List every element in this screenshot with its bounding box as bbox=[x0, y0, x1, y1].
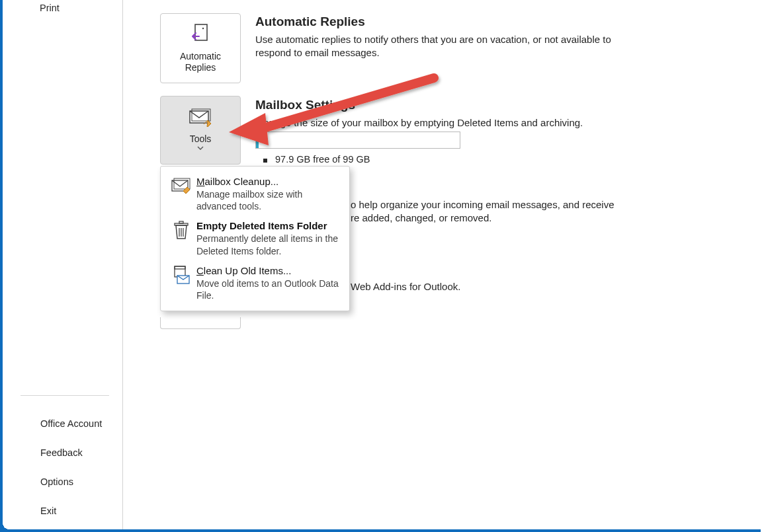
sidebar-item-office-account[interactable]: Office Account bbox=[21, 409, 109, 438]
rules-desc-line2: re added, changed, or removed. bbox=[351, 211, 635, 225]
sidebar-item-feedback[interactable]: Feedback bbox=[21, 438, 109, 467]
window-border-left bbox=[0, 0, 3, 532]
menu-item-title: Mailbox Cleanup... bbox=[196, 176, 340, 187]
bullet-icon bbox=[263, 159, 267, 163]
chevron-down-icon bbox=[197, 145, 204, 152]
backstage-content: Automatic Replies Automatic Replies Use … bbox=[123, 0, 762, 532]
window-border-corner bbox=[0, 523, 9, 532]
addins-desc-fragment: Web Add-ins for Outlook. bbox=[351, 281, 460, 292]
backstage-sidebar: Print Office Account Feedback Options Ex… bbox=[3, 0, 123, 529]
mailbox-storage-bar bbox=[255, 132, 460, 149]
window-border-bottom bbox=[0, 529, 761, 532]
mailbox-storage-text: 97.9 GB free of 99 GB bbox=[275, 154, 370, 165]
automatic-replies-title: Automatic Replies bbox=[255, 15, 626, 29]
svg-point-1 bbox=[202, 27, 204, 28]
sidebar-item-options[interactable]: Options bbox=[21, 467, 109, 496]
svg-rect-0 bbox=[195, 24, 207, 40]
menu-item-desc: Permanently delete all items in the Dele… bbox=[196, 233, 340, 256]
archive-icon bbox=[170, 265, 192, 286]
sidebar-item-exit[interactable]: Exit bbox=[21, 496, 109, 525]
tools-label: Tools bbox=[190, 133, 212, 145]
menu-item-desc: Move old items to an Outlook Data File. bbox=[196, 278, 340, 301]
tools-button[interactable]: Tools bbox=[160, 96, 241, 165]
automatic-replies-button[interactable]: Automatic Replies bbox=[160, 13, 241, 83]
sidebar-item-print[interactable]: Print bbox=[3, 0, 122, 22]
menu-item-desc: Manage mailbox size with advanced tools. bbox=[196, 188, 340, 212]
tools-dropdown-menu: Mailbox Cleanup... Manage mailbox size w… bbox=[160, 166, 350, 311]
svg-rect-10 bbox=[179, 221, 183, 223]
trash-icon bbox=[170, 220, 192, 241]
hidden-card-edge bbox=[160, 317, 241, 329]
menu-item-title: Clean Up Old Items... bbox=[196, 265, 340, 276]
automatic-replies-icon bbox=[189, 23, 212, 47]
menu-item-title: Empty Deleted Items Folder bbox=[196, 220, 340, 231]
mailbox-cleanup-icon bbox=[170, 176, 192, 197]
rules-desc-line1: o help organize your incoming email mess… bbox=[351, 198, 635, 211]
tools-icon bbox=[187, 108, 214, 130]
mailbox-settings-desc: Manage the size of your mailbox by empty… bbox=[255, 116, 626, 130]
menu-item-mailbox-cleanup[interactable]: Mailbox Cleanup... Manage mailbox size w… bbox=[161, 172, 349, 216]
mailbox-storage-fill bbox=[256, 132, 259, 148]
menu-item-empty-deleted[interactable]: Empty Deleted Items Folder Permanently d… bbox=[161, 216, 349, 260]
menu-item-clean-up-old[interactable]: Clean Up Old Items... Move old items to … bbox=[161, 261, 349, 305]
automatic-replies-label: Automatic Replies bbox=[180, 51, 221, 74]
automatic-replies-desc: Use automatic replies to notify others t… bbox=[255, 33, 626, 60]
mailbox-settings-title: Mailbox Settings bbox=[255, 98, 626, 112]
